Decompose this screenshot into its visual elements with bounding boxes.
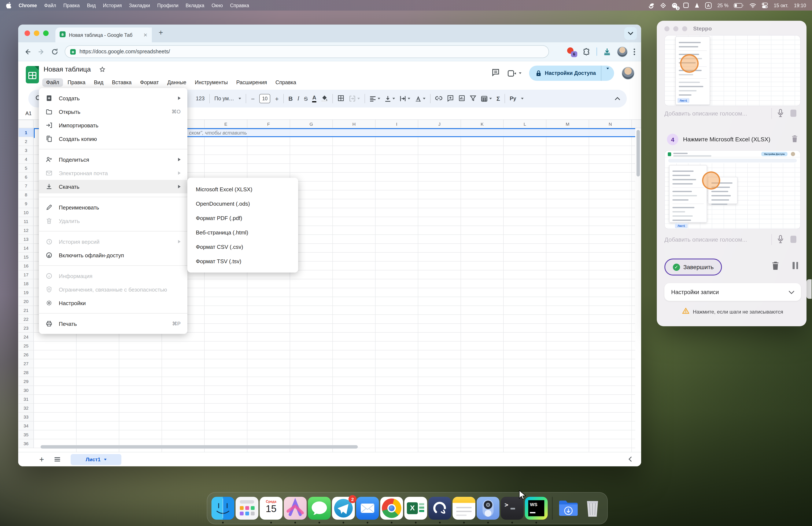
steppo-close-button[interactable]	[664, 26, 669, 31]
status-drop-icon[interactable]	[695, 2, 700, 8]
sheets-menu-Правка[interactable]: Правка	[64, 78, 89, 87]
row-header-22[interactable]: 22	[19, 315, 34, 324]
voice-note-placeholder[interactable]: Добавить описание голосом...	[664, 110, 747, 117]
row-header-11[interactable]: 11	[19, 217, 34, 226]
wifi-icon[interactable]	[750, 3, 756, 8]
file-menu-item-delete[interactable]: Удалить	[39, 214, 187, 228]
row-header-34[interactable]: 34	[19, 422, 34, 430]
horizontal-scrollbar[interactable]	[41, 445, 358, 449]
status-diamond-icon[interactable]	[661, 2, 666, 8]
row-header-13[interactable]: 13	[19, 235, 34, 244]
italic-button[interactable]: I	[297, 95, 299, 102]
column-header-L[interactable]: L	[504, 120, 547, 128]
status-circle-icon[interactable]: 2	[672, 2, 678, 8]
dock-messages-icon[interactable]	[308, 497, 331, 520]
menubar-item-Вид[interactable]: Вид	[87, 3, 96, 8]
functions-button[interactable]: Σ	[496, 95, 500, 102]
delete-recording-icon[interactable]	[771, 261, 780, 272]
row-header-29[interactable]: 29	[19, 377, 34, 386]
row-header-3[interactable]: 3	[19, 146, 34, 155]
name-box[interactable]: A1	[25, 111, 31, 116]
insert-chart-button[interactable]	[459, 95, 465, 103]
row-header-36[interactable]: 36	[19, 439, 34, 448]
row-header-1[interactable]: 1	[19, 128, 34, 137]
decrease-font-button[interactable]: −	[251, 95, 255, 102]
text-color-button[interactable]: A	[312, 95, 316, 102]
column-header-E[interactable]: E	[205, 120, 247, 128]
column-header-O[interactable]: O	[632, 120, 641, 128]
forward-button[interactable]	[38, 48, 45, 55]
browser-profile-avatar[interactable]	[617, 46, 628, 57]
stop-button[interactable]	[791, 110, 796, 117]
dock-webstorm-icon[interactable]: WS	[525, 497, 548, 520]
share-button[interactable]: Настройки Доступа	[529, 66, 614, 81]
row-header-16[interactable]: 16	[19, 261, 34, 270]
download-icon[interactable]	[603, 47, 611, 56]
borders-button[interactable]	[337, 95, 344, 103]
menubar-item-Правка[interactable]: Правка	[63, 3, 80, 8]
download-submenu-item-4[interactable]: Веб-страница (.html)	[187, 225, 298, 240]
status-display-icon[interactable]	[683, 2, 689, 8]
dock-launchpad-icon[interactable]	[235, 497, 258, 520]
column-header-M[interactable]: M	[547, 120, 589, 128]
row-header-4[interactable]: 4	[19, 155, 34, 164]
star-icon[interactable]	[99, 67, 105, 74]
text-rotation-button[interactable]	[415, 96, 425, 102]
dock-notes-icon[interactable]	[452, 497, 475, 520]
steppo-zoom-button[interactable]	[682, 26, 687, 31]
sheets-menu-Файл[interactable]: Файл	[42, 78, 63, 87]
back-button[interactable]	[24, 48, 31, 55]
all-sheets-button[interactable]	[54, 456, 60, 463]
create-filter-button[interactable]	[470, 95, 476, 102]
add-sheet-button[interactable]: +	[39, 455, 44, 464]
video-call-button[interactable]	[508, 70, 521, 77]
strikethrough-button[interactable]: S	[304, 96, 308, 102]
input-tools-caret[interactable]	[521, 98, 523, 99]
font-family-select[interactable]: По ум…	[214, 96, 234, 102]
recording-warning[interactable]: Нажмите, если шаги не записываются	[664, 308, 801, 316]
menubar-app-name[interactable]: Chrome	[19, 3, 37, 8]
column-header-F[interactable]: F	[247, 120, 290, 128]
stop-button-2[interactable]	[791, 236, 796, 243]
file-menu-item-print[interactable]: Печать⌘P	[39, 317, 187, 330]
bold-button[interactable]: B	[288, 95, 293, 102]
row-header-15[interactable]: 15	[19, 253, 34, 261]
dock-trash-icon[interactable]	[581, 497, 604, 520]
column-header-G[interactable]: G	[290, 120, 333, 128]
delete-step-icon[interactable]	[791, 135, 798, 144]
table-views-button[interactable]	[481, 96, 492, 102]
horizontal-align-button[interactable]	[369, 96, 380, 101]
row-header-32[interactable]: 32	[19, 404, 34, 413]
column-header-J[interactable]: J	[418, 120, 461, 128]
vertical-scrollbar[interactable]	[637, 130, 640, 176]
row-header-33[interactable]: 33	[19, 413, 34, 422]
new-tab-button[interactable]: +	[159, 28, 163, 37]
insert-comment-button[interactable]	[447, 95, 454, 103]
file-menu-item-copy[interactable]: Создать копию	[39, 132, 187, 145]
step-4-screenshot[interactable]: Настройки Доступа Лист1	[664, 150, 801, 229]
font-family-caret[interactable]	[239, 98, 241, 99]
dock-recorder-icon[interactable]	[477, 497, 499, 520]
dock-downloads-icon[interactable]	[557, 497, 580, 520]
text-wrap-button[interactable]	[400, 96, 410, 102]
dock-mail-icon[interactable]	[356, 497, 379, 520]
row-header-20[interactable]: 20	[19, 297, 34, 306]
row-header-9[interactable]: 9	[19, 199, 34, 208]
sheets-menu-Справка[interactable]: Справка	[272, 78, 300, 87]
row-header-31[interactable]: 31	[19, 395, 34, 404]
menubar-date[interactable]: 15 окт.	[774, 3, 788, 8]
row-header-18[interactable]: 18	[19, 279, 34, 288]
menubar-item-Файл[interactable]: Файл	[44, 3, 56, 8]
sheets-logo[interactable]	[26, 66, 39, 83]
sheets-menu-Инструменты[interactable]: Инструменты	[191, 78, 232, 87]
file-menu-item-info[interactable]: Информация	[39, 269, 187, 283]
comments-icon[interactable]	[491, 68, 500, 78]
sheets-menu-Вставка[interactable]: Вставка	[108, 78, 135, 87]
menubar-item-Окно[interactable]: Окно	[212, 3, 223, 8]
row-header-14[interactable]: 14	[19, 244, 34, 253]
column-header-I[interactable]: I	[376, 120, 418, 128]
row-header-17[interactable]: 17	[19, 270, 34, 279]
grid-corner[interactable]	[19, 120, 34, 128]
file-menu-item-download[interactable]: Скачать	[39, 180, 187, 194]
file-menu-item-settings[interactable]: Настройки	[39, 296, 187, 310]
